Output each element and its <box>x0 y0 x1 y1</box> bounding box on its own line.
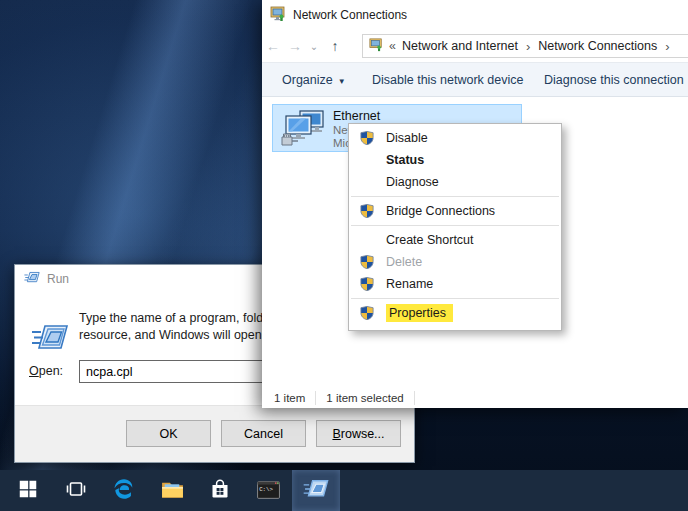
ok-button[interactable]: OK <box>126 420 211 447</box>
task-view-icon <box>64 477 88 504</box>
edge-browser-button[interactable] <box>100 470 148 511</box>
menu-item-create-shortcut[interactable]: Create Shortcut <box>349 229 561 251</box>
store-icon <box>208 477 232 504</box>
navigation-bar: ← → ⌄ ↑ « Network and Internet › Network… <box>262 30 688 62</box>
back-button[interactable]: ← <box>262 38 284 54</box>
status-separator <box>315 391 316 405</box>
address-bar[interactable]: « Network and Internet › Network Connect… <box>362 34 688 58</box>
address-location-icon <box>369 38 383 55</box>
status-separator <box>414 391 415 405</box>
diagnose-connection-button[interactable]: Diagnose this connection <box>540 73 688 87</box>
forward-button[interactable]: → <box>284 38 306 54</box>
svg-text:C:\>: C:\> <box>259 486 273 493</box>
file-explorer-button[interactable] <box>148 470 196 511</box>
command-prompt-button[interactable]: C:\> <box>244 470 292 511</box>
task-view-button[interactable] <box>52 470 100 511</box>
properties-highlight: Properties <box>386 304 453 322</box>
recent-pages-dropdown[interactable]: ⌄ <box>306 41 322 52</box>
status-bar: 1 item 1 item selected <box>262 388 688 408</box>
uac-shield-icon <box>360 255 374 269</box>
window-titlebar[interactable]: Network Connections <box>262 0 688 30</box>
run-icon-large <box>31 324 69 355</box>
organize-caret-icon: ▼ <box>338 77 346 86</box>
open-label: Open: <box>29 364 63 378</box>
menu-item-properties[interactable]: Properties <box>349 302 561 324</box>
menu-separator <box>351 298 559 299</box>
menu-separator <box>351 196 559 197</box>
ethernet-adapter-icon <box>279 110 325 151</box>
network-connections-icon <box>270 6 286 25</box>
file-explorer-icon <box>160 477 185 505</box>
breadcrumb-network-connections[interactable]: Network Connections <box>535 39 660 53</box>
start-button[interactable] <box>4 470 52 511</box>
disable-network-device-button[interactable]: Disable this network device <box>368 73 527 87</box>
breadcrumb-chevron[interactable]: › <box>521 39 535 54</box>
item-count: 1 item <box>274 392 305 404</box>
run-icon <box>303 479 329 502</box>
command-toolbar: Organize▼ Disable this network device Di… <box>262 62 688 97</box>
breadcrumb-trailing-chevron[interactable]: › <box>660 39 674 54</box>
window-title: Network Connections <box>293 8 407 22</box>
run-icon <box>24 271 40 287</box>
up-button[interactable]: ↑ <box>324 38 346 54</box>
command-prompt-icon: C:\> <box>256 477 281 505</box>
start-icon <box>17 478 39 503</box>
run-taskbar-button[interactable] <box>292 470 340 511</box>
uac-shield-icon <box>360 204 374 218</box>
organize-button[interactable]: Organize▼ <box>278 73 350 87</box>
menu-separator <box>351 225 559 226</box>
breadcrumb-overflow-chevron[interactable]: « <box>383 39 399 53</box>
uac-shield-icon <box>360 277 374 291</box>
menu-item-status[interactable]: Status <box>349 149 561 171</box>
uac-shield-icon <box>360 131 374 145</box>
edge-icon <box>111 476 137 505</box>
connection-name: Ethernet <box>333 109 380 123</box>
run-dialog-title: Run <box>47 272 69 286</box>
store-button[interactable] <box>196 470 244 511</box>
menu-item-bridge-connections[interactable]: Bridge Connections <box>349 200 561 222</box>
uac-shield-icon <box>360 306 374 320</box>
menu-item-diagnose[interactable]: Diagnose <box>349 171 561 193</box>
run-dialog-footer: OK Cancel Browse... <box>15 405 414 462</box>
cancel-button[interactable]: Cancel <box>221 420 306 447</box>
menu-item-delete: Delete <box>349 251 561 273</box>
browse-button[interactable]: Browse... <box>316 420 401 447</box>
ethernet-context-menu: Disable Status Diagnose Bridge Connectio… <box>348 123 562 331</box>
selected-count: 1 item selected <box>326 392 403 404</box>
desktop: Run Type the name of a program, folder, … <box>0 0 688 511</box>
menu-item-disable[interactable]: Disable <box>349 127 561 149</box>
taskbar: C:\> <box>0 470 688 511</box>
breadcrumb-network-and-internet[interactable]: Network and Internet <box>399 39 521 53</box>
menu-item-rename[interactable]: Rename <box>349 273 561 295</box>
